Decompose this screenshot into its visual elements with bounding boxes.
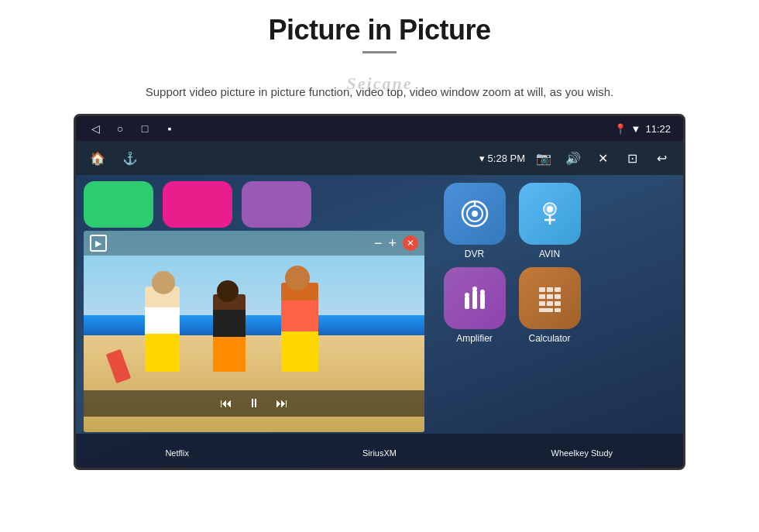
svg-rect-16 <box>555 287 561 292</box>
svg-point-2 <box>472 211 478 217</box>
dvr-svg <box>459 198 490 229</box>
divider <box>362 51 397 53</box>
volume-button[interactable]: 🔊 <box>562 147 584 169</box>
wheelkey-app-bg[interactable] <box>242 181 311 228</box>
person1-head <box>152 271 175 294</box>
top-bar: 🏠 ⚓ ▾ 5:28 PM 📷 🔊 ✕ ⊡ ↩ <box>76 141 683 175</box>
watermark: Seicane <box>347 74 413 94</box>
dvr-app[interactable]: DVR <box>441 183 507 259</box>
nav-recent-icon[interactable]: □ <box>138 122 152 136</box>
pip-close-button[interactable]: ✕ <box>403 235 418 251</box>
amplifier-icon-box <box>444 267 506 329</box>
window-button[interactable]: ⊡ <box>621 147 643 169</box>
signal-icon: ▼ <box>631 123 641 135</box>
app-row-1: DVR AVIN <box>441 183 674 259</box>
close-button[interactable]: ✕ <box>592 147 613 169</box>
person3-head <box>285 266 310 290</box>
device-frame: ◁ ○ □ ▪ 📍 ▼ 11:22 🏠 ⚓ ▾ 5:28 PM 📷 🔊 ✕ <box>74 114 685 470</box>
avin-svg <box>534 198 565 229</box>
svg-rect-23 <box>539 308 553 312</box>
pip-controls-bar: ▶ − + ✕ <box>84 231 424 256</box>
dvr-icon-box <box>444 183 506 245</box>
svg-rect-10 <box>480 293 485 309</box>
person2 <box>213 294 246 372</box>
sand <box>84 335 424 432</box>
top-bar-right: ▾ 5:28 PM 📷 🔊 ✕ ⊡ ↩ <box>479 147 672 169</box>
svg-rect-17 <box>539 294 545 299</box>
pip-play-icon[interactable]: ▶ <box>90 235 107 252</box>
svg-point-5 <box>547 206 553 212</box>
amplifier-app[interactable]: Amplifier <box>441 267 507 344</box>
calculator-icon-box <box>519 267 581 329</box>
media-controls: ⏮ ⏸ ⏭ <box>84 390 424 417</box>
pip-resize-controls: − + ✕ <box>374 235 418 252</box>
svg-rect-20 <box>539 301 545 306</box>
person2-head <box>217 280 239 302</box>
svg-point-12 <box>472 287 477 291</box>
camera-button[interactable]: 📷 <box>533 147 555 169</box>
svg-rect-8 <box>465 297 469 309</box>
svg-point-11 <box>465 293 469 297</box>
pip-minus-icon[interactable]: − <box>374 235 383 252</box>
pip-area: ▶ − + ✕ ⏮ ⏸ ⏭ <box>76 175 432 470</box>
page-wrapper: Picture in Picture Seicane Support video… <box>0 0 759 532</box>
avin-label: AVIN <box>539 249 560 259</box>
calculator-svg <box>534 283 565 314</box>
svg-rect-14 <box>539 287 545 292</box>
top-bar-left: 🏠 ⚓ <box>87 147 141 169</box>
back-button[interactable]: ↩ <box>651 147 672 169</box>
wheelkey-bottom-label: Wheelkey Study <box>481 448 683 458</box>
app-grid-area: DVR AVIN <box>432 175 683 470</box>
nav-back-icon[interactable]: ◁ <box>88 122 102 136</box>
amplifier-svg <box>459 283 490 314</box>
time-display: 11:22 <box>645 123 671 135</box>
pip-plus-icon[interactable]: + <box>388 235 397 252</box>
svg-rect-19 <box>555 294 561 299</box>
svg-point-13 <box>480 290 485 294</box>
calculator-label: Calculator <box>528 333 570 344</box>
status-right: 📍 ▼ 11:22 <box>614 123 671 135</box>
usb-icon: ⚓ <box>119 147 141 169</box>
netflix-bottom-label: Netflix <box>76 448 278 458</box>
sea <box>84 315 424 335</box>
pause-icon[interactable]: ⏸ <box>248 396 260 410</box>
dvr-label: DVR <box>465 249 484 259</box>
svg-rect-24 <box>555 308 561 312</box>
svg-rect-9 <box>472 290 477 309</box>
siriusxm-bottom-label: SiriusXM <box>278 448 480 458</box>
nav-menu-icon[interactable]: ▪ <box>163 122 177 136</box>
svg-rect-22 <box>555 301 561 306</box>
wifi-time-label: ▾ 5:28 PM <box>479 153 525 164</box>
person3 <box>281 283 318 372</box>
nav-buttons: ◁ ○ □ ▪ <box>88 122 177 136</box>
prev-track-icon[interactable]: ⏮ <box>220 396 232 410</box>
bottom-labels-bar: Netflix SiriusXM Wheelkey Study <box>76 434 683 470</box>
status-bar: ◁ ○ □ ▪ 📍 ▼ 11:22 <box>76 116 683 141</box>
svg-rect-21 <box>547 301 553 306</box>
siriusxm-app-bg[interactable] <box>163 181 232 228</box>
nav-home-icon[interactable]: ○ <box>113 122 127 136</box>
page-title: Picture in Picture <box>268 14 490 46</box>
main-content: ▶ − + ✕ ⏮ ⏸ ⏭ <box>76 175 683 470</box>
bg-apps-row <box>76 181 432 228</box>
app-row-2: Amplifier <box>441 267 674 344</box>
svg-rect-15 <box>547 287 553 292</box>
home-button[interactable]: 🏠 <box>87 147 108 169</box>
amplifier-label: Amplifier <box>456 333 493 344</box>
next-track-icon[interactable]: ⏭ <box>276 396 288 410</box>
svg-rect-18 <box>547 294 553 299</box>
calculator-app[interactable]: Calculator <box>517 267 582 344</box>
netflix-app-bg[interactable] <box>84 181 153 228</box>
gps-icon: 📍 <box>614 123 627 135</box>
avin-icon-box <box>519 183 581 245</box>
avin-app[interactable]: AVIN <box>517 183 582 259</box>
person1 <box>145 287 180 372</box>
